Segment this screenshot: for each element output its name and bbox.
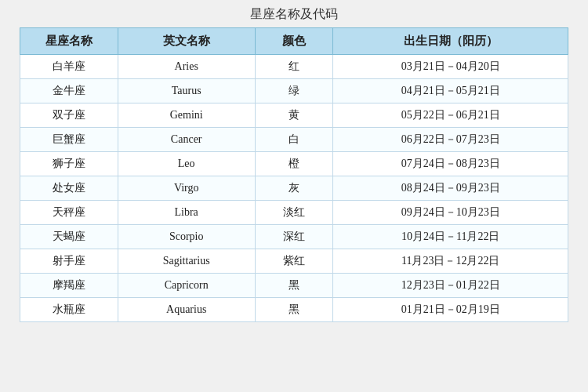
header-color: 颜色 bbox=[255, 28, 333, 55]
table-row: 双子座Gemini黄05月22日－06月21日 bbox=[20, 103, 568, 128]
header-chinese: 星座名称 bbox=[20, 28, 118, 55]
table-row: 水瓶座Aquarius黑01月21日－02月19日 bbox=[20, 298, 568, 322]
cell-chinese: 射手座 bbox=[20, 249, 118, 274]
cell-chinese: 天秤座 bbox=[20, 201, 118, 225]
cell-english: Capricorn bbox=[118, 274, 255, 298]
cell-chinese: 狮子座 bbox=[20, 152, 118, 176]
cell-color: 淡红 bbox=[255, 201, 333, 225]
cell-english: Aries bbox=[118, 55, 255, 79]
cell-english: Scorpio bbox=[118, 225, 255, 249]
cell-color: 绿 bbox=[255, 79, 333, 103]
cell-english: Gemini bbox=[118, 103, 255, 128]
table-row: 天蝎座Scorpio深红10月24日－11月22日 bbox=[20, 225, 568, 249]
cell-date: 08月24日－09月23日 bbox=[333, 176, 568, 201]
cell-color: 黑 bbox=[255, 298, 333, 322]
cell-date: 01月21日－02月19日 bbox=[333, 298, 568, 322]
table-row: 金牛座Taurus绿04月21日－05月21日 bbox=[20, 79, 568, 103]
cell-chinese: 金牛座 bbox=[20, 79, 118, 103]
page-title: 星座名称及代码 bbox=[250, 0, 338, 27]
cell-color: 灰 bbox=[255, 176, 333, 201]
cell-chinese: 摩羯座 bbox=[20, 274, 118, 298]
zodiac-table: 星座名称 英文名称 颜色 出生日期（阳历） 白羊座Aries红03月21日－04… bbox=[20, 27, 568, 322]
cell-chinese: 白羊座 bbox=[20, 55, 118, 79]
cell-date: 05月22日－06月21日 bbox=[333, 103, 568, 128]
table-container: 星座名称 英文名称 颜色 出生日期（阳历） 白羊座Aries红03月21日－04… bbox=[20, 27, 568, 322]
cell-chinese: 双子座 bbox=[20, 103, 118, 128]
table-row: 狮子座Leo橙07月24日－08月23日 bbox=[20, 152, 568, 176]
cell-chinese: 天蝎座 bbox=[20, 225, 118, 249]
cell-date: 09月24日－10月23日 bbox=[333, 201, 568, 225]
cell-chinese: 处女座 bbox=[20, 176, 118, 201]
cell-date: 10月24日－11月22日 bbox=[333, 225, 568, 249]
cell-color: 黑 bbox=[255, 274, 333, 298]
cell-english: Leo bbox=[118, 152, 255, 176]
table-row: 射手座Sagittarius紫红11月23日－12月22日 bbox=[20, 249, 568, 274]
cell-date: 07月24日－08月23日 bbox=[333, 152, 568, 176]
cell-color: 黄 bbox=[255, 103, 333, 128]
cell-date: 06月22日－07月23日 bbox=[333, 128, 568, 152]
table-row: 巨蟹座Cancer白06月22日－07月23日 bbox=[20, 128, 568, 152]
table-row: 处女座Virgo灰08月24日－09月23日 bbox=[20, 176, 568, 201]
header-date: 出生日期（阳历） bbox=[333, 28, 568, 55]
cell-color: 紫红 bbox=[255, 249, 333, 274]
table-row: 摩羯座Capricorn黑12月23日－01月22日 bbox=[20, 274, 568, 298]
cell-color: 深红 bbox=[255, 225, 333, 249]
cell-english: Libra bbox=[118, 201, 255, 225]
header-english: 英文名称 bbox=[118, 28, 255, 55]
table-row: 天秤座Libra淡红09月24日－10月23日 bbox=[20, 201, 568, 225]
cell-color: 橙 bbox=[255, 152, 333, 176]
cell-english: Sagittarius bbox=[118, 249, 255, 274]
cell-date: 04月21日－05月21日 bbox=[333, 79, 568, 103]
cell-english: Aquarius bbox=[118, 298, 255, 322]
table-row: 白羊座Aries红03月21日－04月20日 bbox=[20, 55, 568, 79]
cell-color: 红 bbox=[255, 55, 333, 79]
table-header-row: 星座名称 英文名称 颜色 出生日期（阳历） bbox=[20, 28, 568, 55]
cell-color: 白 bbox=[255, 128, 333, 152]
cell-date: 12月23日－01月22日 bbox=[333, 274, 568, 298]
cell-date: 11月23日－12月22日 bbox=[333, 249, 568, 274]
cell-chinese: 水瓶座 bbox=[20, 298, 118, 322]
cell-chinese: 巨蟹座 bbox=[20, 128, 118, 152]
cell-english: Virgo bbox=[118, 176, 255, 201]
cell-date: 03月21日－04月20日 bbox=[333, 55, 568, 79]
cell-english: Cancer bbox=[118, 128, 255, 152]
cell-english: Taurus bbox=[118, 79, 255, 103]
